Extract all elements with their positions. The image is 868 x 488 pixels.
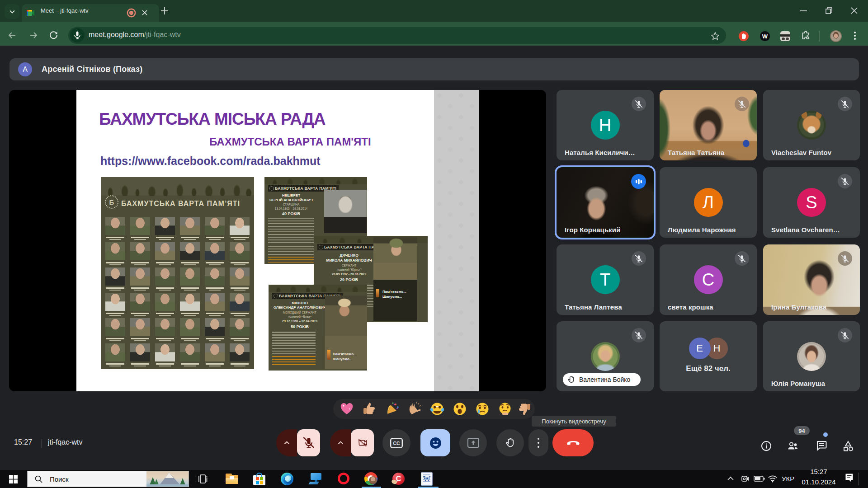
svg-text:CC: CC	[393, 441, 400, 446]
